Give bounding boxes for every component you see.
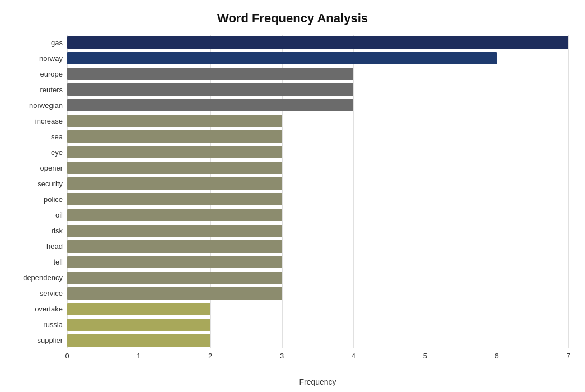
bar-row [67, 160, 568, 176]
bar-opener [67, 162, 282, 174]
bar-security [67, 177, 282, 190]
bar-row [67, 191, 568, 207]
y-label: europe [40, 70, 63, 78]
y-label: norwegian [29, 102, 63, 109]
y-label: service [40, 290, 63, 297]
bar-tell [67, 256, 282, 268]
bar-row [67, 66, 568, 82]
bar-row [67, 254, 568, 270]
y-label: reuters [40, 86, 63, 93]
y-label: head [46, 243, 63, 250]
y-label: dependency [23, 274, 63, 281]
y-label: overtake [35, 305, 63, 313]
y-label: police [44, 196, 63, 203]
bar-eye [67, 146, 282, 158]
bar-row [67, 129, 568, 144]
chart-container: gasnorwayeuropereutersnorwegianincreases… [17, 35, 568, 386]
x-tick: 6 [495, 352, 499, 360]
bar-row [67, 239, 568, 254]
bar-increase [67, 115, 282, 127]
y-label: gas [51, 39, 63, 46]
bar-row [67, 301, 568, 317]
bar-row [67, 207, 568, 223]
bar-norway [67, 52, 497, 64]
x-axis-label: Frequency [67, 377, 568, 386]
bar-service [67, 287, 282, 300]
bar-row [67, 82, 568, 97]
y-label: sea [51, 133, 63, 140]
bar-row [67, 176, 568, 191]
bar-reuters [67, 83, 353, 96]
bar-row [67, 97, 568, 113]
y-label: increase [35, 117, 63, 125]
x-tick: 1 [137, 352, 141, 360]
bar-supplier [67, 334, 210, 347]
bar-europe [67, 68, 353, 80]
y-label: oil [55, 211, 63, 219]
x-tick: 2 [208, 352, 212, 360]
bar-overtake [67, 303, 210, 315]
bar-oil [67, 209, 282, 221]
bar-row [67, 317, 568, 333]
bar-head [67, 240, 282, 253]
bar-row [67, 223, 568, 239]
y-label: risk [52, 227, 63, 234]
bar-police [67, 193, 282, 205]
bar-row [67, 333, 568, 348]
bar-row [67, 113, 568, 129]
x-tick: 7 [566, 352, 570, 360]
y-label: opener [40, 164, 63, 172]
bar-row [67, 50, 568, 66]
bar-row [67, 144, 568, 160]
grid-line [568, 35, 569, 348]
bar-russia [67, 319, 210, 331]
bar-sea [67, 130, 282, 143]
y-axis-labels: gasnorwayeuropereutersnorwegianincreases… [17, 35, 67, 348]
y-label: security [38, 180, 63, 187]
bar-row [67, 286, 568, 301]
y-label: tell [53, 258, 63, 266]
chart-title: Word Frequency Analysis [217, 11, 368, 26]
bar-row [67, 270, 568, 286]
bar-dependency [67, 272, 282, 284]
bar-gas [67, 36, 568, 49]
y-label: eye [51, 149, 63, 156]
bars [67, 35, 568, 348]
x-tick: 5 [423, 352, 427, 360]
x-tick: 4 [352, 352, 355, 360]
y-label: norway [39, 55, 63, 62]
x-tick: 3 [280, 352, 284, 360]
bar-risk [67, 225, 282, 237]
chart-area: gasnorwayeuropereutersnorwegianincreases… [17, 35, 568, 348]
bar-norwegian [67, 99, 353, 111]
x-tick: 0 [65, 352, 69, 360]
x-axis: 01234567 [67, 348, 568, 365]
y-label: russia [43, 321, 63, 328]
y-label: supplier [37, 337, 63, 344]
bar-row [67, 35, 568, 50]
bars-and-grid [67, 35, 568, 348]
